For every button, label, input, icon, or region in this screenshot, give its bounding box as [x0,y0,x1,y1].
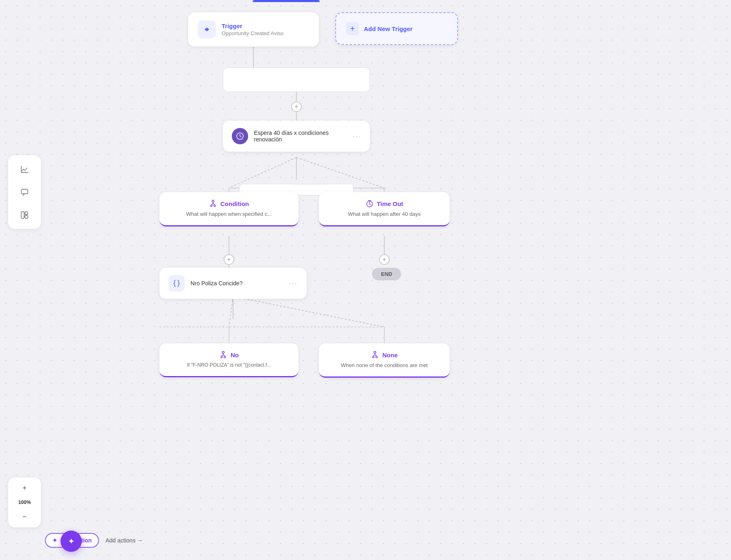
wait-menu[interactable]: ··· [352,132,361,141]
no-icon [219,351,227,359]
condition-title: Condition [220,200,249,207]
svg-point-26 [224,356,226,358]
svg-point-29 [376,356,377,358]
wait-node[interactable]: Espera 40 días x condiciones renovación … [223,121,370,152]
plus-connector-timeout[interactable]: + [379,254,390,265]
end-node: END [372,268,401,280]
top-accent-line [253,0,319,2]
trigger-node[interactable]: Trigger Opportunity Created Aviso [188,12,319,47]
trigger-subtitle: Opportunity Created Aviso [222,30,284,36]
add-trigger-node[interactable]: + Add New Trigger [335,12,458,45]
timeout-title: Time Out [377,200,404,207]
poliza-icon: {} [168,275,185,291]
poliza-menu[interactable]: ··· [289,279,298,288]
condition-icon [209,199,217,208]
sidebar-layout-icon[interactable] [17,208,32,222]
fab-button[interactable]: ✦ [61,531,82,552]
zoom-out-button[interactable]: − [16,510,33,523]
sidebar-chart-icon[interactable] [17,162,32,177]
fab-icon: ✦ [68,536,75,546]
zoom-controls: + 100% − [8,477,41,527]
svg-point-25 [221,356,222,358]
svg-point-28 [372,356,374,358]
plus-connector-1[interactable]: + [291,101,302,112]
svg-point-21 [211,205,212,207]
wait-icon [232,128,248,144]
empty-container [223,67,370,92]
svg-rect-31 [21,212,24,218]
condition-node[interactable]: Condition What will happen when specifie… [159,192,298,226]
no-title: No [231,352,239,358]
svg-rect-32 [25,212,28,215]
none-node[interactable]: None When none of the conditions are met [319,343,450,378]
sidebar-chat-icon[interactable] [17,185,32,199]
timeout-icon [366,199,374,208]
suggestion-bar: ✦ Suggestion Add actions → [45,533,143,548]
add-trigger-label: Add New Trigger [364,25,413,32]
svg-point-22 [214,205,215,207]
none-desc: When none of the conditions are met [328,362,441,368]
zoom-level: 100% [15,498,34,507]
add-trigger-plus-icon: + [346,22,359,35]
plus-connector-condition[interactable]: + [224,254,234,265]
zoom-in-button[interactable]: + [16,482,33,495]
svg-rect-30 [21,189,28,194]
svg-rect-33 [25,215,28,218]
condition-desc: What will happen when specified c... [168,211,289,217]
timeout-node[interactable]: Time Out What will happen after 40 days [319,192,450,226]
poliza-text: Nro Poliza Concide? [191,280,283,287]
sparkle-icon: ✦ [52,537,57,544]
sidebar [8,155,41,229]
trigger-title: Trigger [222,22,284,29]
add-actions-link[interactable]: Add actions → [105,537,143,544]
timeout-desc: What will happen after 40 days [328,211,441,217]
trigger-icon [198,20,216,38]
poliza-node[interactable]: {} Nro Poliza Concide? ··· [159,268,307,299]
no-node[interactable]: No If "F-NRO POLIZA" is not "{{contact.f… [159,343,298,377]
wait-text: Espera 40 días x condiciones renovación [254,130,347,143]
none-icon [371,351,379,359]
add-actions-text: Add actions → [105,537,143,544]
none-title: None [382,352,398,358]
no-desc: If "F-NRO POLIZA" is not "{{contact.f... [168,362,289,368]
